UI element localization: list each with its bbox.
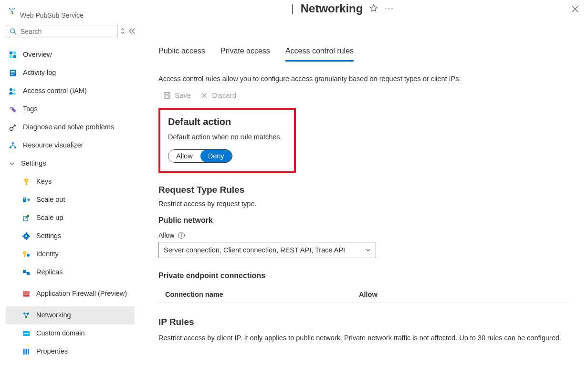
diagnose-icon bbox=[9, 123, 17, 132]
replicas-icon bbox=[22, 268, 31, 277]
tags-icon bbox=[9, 105, 17, 114]
discard-icon bbox=[200, 92, 208, 99]
toggle-deny[interactable]: Deny bbox=[200, 150, 232, 162]
close-button[interactable] bbox=[571, 5, 579, 13]
nav-replicas[interactable]: Replicas bbox=[6, 263, 135, 282]
tab-description: Access control rules allow you to config… bbox=[158, 75, 580, 83]
resource-visualizer-icon bbox=[9, 141, 17, 150]
nav-scale-up[interactable]: Scale up bbox=[6, 209, 135, 227]
discard-label: Discard bbox=[212, 91, 236, 99]
svg-point-8 bbox=[10, 29, 15, 33]
nav-keys[interactable]: Keys bbox=[6, 173, 135, 191]
nav-scale-out[interactable]: Scale out bbox=[6, 191, 135, 209]
nav-label: Properties bbox=[36, 347, 132, 355]
activity-log-icon bbox=[9, 69, 17, 77]
nav-custom-domain[interactable]: Custom domain bbox=[6, 324, 135, 343]
svg-line-9 bbox=[14, 32, 16, 34]
default-action-subtitle: Default action when no rule matches. bbox=[168, 133, 286, 141]
nav-resource-visualizer[interactable]: Resource visualizer bbox=[6, 136, 135, 155]
search-input-wrapper[interactable] bbox=[6, 25, 117, 38]
overview-icon bbox=[9, 51, 17, 59]
svg-point-20 bbox=[11, 108, 12, 109]
svg-point-23 bbox=[10, 146, 11, 148]
identity-icon bbox=[22, 250, 31, 259]
allow-dropdown[interactable]: Server connection, Client connection, RE… bbox=[158, 242, 376, 258]
svg-point-1 bbox=[11, 8, 12, 9]
nav-activity-log[interactable]: Activity log bbox=[6, 64, 135, 82]
tab-public-access[interactable]: Public access bbox=[158, 44, 205, 62]
toggle-allow[interactable]: Allow bbox=[168, 150, 200, 162]
svg-rect-42 bbox=[23, 270, 26, 273]
nav-identity[interactable]: Identity bbox=[6, 245, 135, 263]
nav-properties[interactable]: Properties bbox=[6, 343, 135, 361]
title-separator: | bbox=[291, 2, 294, 15]
nav-label: Replicas bbox=[36, 268, 132, 276]
nav-label: Keys bbox=[36, 177, 132, 186]
dropdown-value: Server connection, Client connection, RE… bbox=[164, 246, 345, 254]
save-button[interactable]: Save bbox=[163, 91, 191, 99]
nav-settings-item[interactable]: Settings bbox=[6, 227, 135, 245]
svg-rect-37 bbox=[29, 236, 30, 237]
tab-private-access[interactable]: Private access bbox=[220, 44, 270, 62]
svg-point-21 bbox=[10, 127, 13, 131]
firewall-icon bbox=[22, 290, 31, 298]
default-action-toggle[interactable]: Allow Deny bbox=[168, 149, 232, 163]
collapse-sidebar-icon[interactable] bbox=[128, 28, 136, 36]
svg-point-39 bbox=[24, 252, 26, 254]
nav-label: Resource visualizer bbox=[23, 141, 132, 149]
svg-point-19 bbox=[13, 89, 16, 92]
favorite-star-icon[interactable] bbox=[369, 4, 378, 14]
nav-networking[interactable]: Networking bbox=[6, 306, 135, 324]
nav-list[interactable]: Overview Activity log Access control (IA… bbox=[6, 46, 137, 370]
custom-domain-icon bbox=[22, 329, 31, 338]
toolbar: Save Discard bbox=[158, 91, 580, 99]
search-input[interactable] bbox=[20, 27, 113, 36]
main-content: Public access Private access Access cont… bbox=[139, 20, 588, 386]
svg-rect-12 bbox=[10, 55, 12, 58]
svg-rect-16 bbox=[11, 73, 15, 73]
more-menu-icon[interactable]: ··· bbox=[385, 4, 394, 13]
svg-rect-11 bbox=[13, 52, 16, 54]
page-title: Networking bbox=[301, 2, 363, 15]
svg-rect-60 bbox=[166, 93, 168, 94]
nav-label: Scale up bbox=[36, 214, 132, 222]
nav-label: Settings bbox=[21, 159, 132, 167]
keys-icon bbox=[22, 177, 31, 186]
default-action-section: Default action Default action when no ru… bbox=[158, 108, 296, 173]
svg-point-18 bbox=[10, 88, 12, 91]
save-label: Save bbox=[175, 91, 191, 99]
svg-rect-13 bbox=[13, 55, 16, 58]
nav-label: Application Firewall (Preview) bbox=[36, 290, 132, 298]
nav-tags[interactable]: Tags bbox=[6, 100, 135, 118]
svg-rect-56 bbox=[23, 349, 25, 355]
nav-firewall[interactable]: Application Firewall (Preview) bbox=[6, 282, 135, 306]
nav-diagnose[interactable]: Diagnose and solve problems bbox=[6, 118, 135, 136]
scale-out-icon bbox=[22, 196, 31, 204]
sidebar: Overview Activity log Access control (IA… bbox=[0, 20, 139, 386]
svg-rect-36 bbox=[22, 236, 24, 237]
info-icon[interactable]: i bbox=[178, 232, 185, 239]
discard-button[interactable]: Discard bbox=[200, 91, 236, 99]
nav-settings-group[interactable]: Settings bbox=[6, 155, 135, 173]
tab-bar: Public access Private access Access cont… bbox=[158, 44, 580, 62]
expand-toggle-icon[interactable] bbox=[120, 27, 125, 36]
nav-label: Identity bbox=[36, 250, 132, 258]
nav-label: Diagnose and solve problems bbox=[23, 123, 132, 131]
svg-rect-34 bbox=[26, 232, 27, 234]
request-type-rules-subtitle: Restrict access by request type. bbox=[158, 200, 580, 208]
ip-rules-title: IP Rules bbox=[158, 317, 580, 327]
svg-rect-27 bbox=[26, 182, 27, 185]
svg-rect-10 bbox=[10, 52, 12, 54]
gear-icon bbox=[22, 232, 31, 240]
column-connection-name: Connection name bbox=[158, 291, 359, 298]
default-action-title: Default action bbox=[168, 116, 286, 127]
private-endpoints-title: Private endpoint connections bbox=[158, 271, 580, 280]
nav-label: Custom domain bbox=[36, 329, 132, 337]
nav-overview[interactable]: Overview bbox=[6, 46, 135, 64]
tab-access-control-rules[interactable]: Access control rules bbox=[285, 44, 354, 62]
svg-marker-5 bbox=[370, 4, 378, 11]
public-network-label: Public network bbox=[158, 216, 580, 225]
nav-iam[interactable]: Access control (IAM) bbox=[6, 82, 135, 100]
scale-up-icon bbox=[22, 214, 31, 222]
chevron-down-icon bbox=[365, 247, 371, 253]
